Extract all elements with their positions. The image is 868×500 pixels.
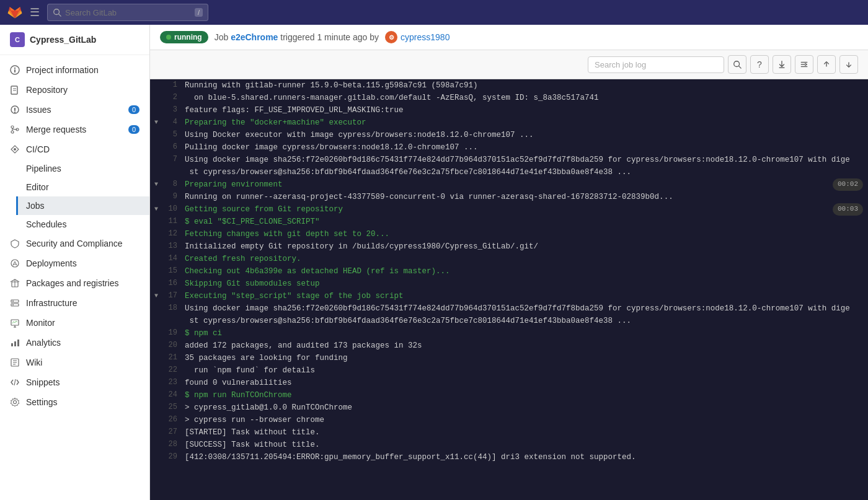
line-content: feature flags: FF_USE_IMPROVED_URL_MASKI… bbox=[185, 104, 868, 116]
sidebar-item-schedules[interactable]: Schedules bbox=[26, 215, 149, 234]
sidebar-item-editor[interactable]: Editor bbox=[26, 178, 149, 196]
sidebar-item-deployments[interactable]: Deployments bbox=[0, 253, 149, 273]
download-icon bbox=[777, 60, 786, 69]
sidebar-item-project-information[interactable]: Project information bbox=[0, 60, 149, 80]
time-badge: 00:02 bbox=[833, 178, 863, 191]
log-line: 11$ eval "$CI_PRE_CLONE_SCRIPT" bbox=[150, 216, 868, 228]
sidebar-item-security[interactable]: Security and Compliance bbox=[0, 234, 149, 253]
svg-point-34 bbox=[14, 401, 17, 404]
section-toggle bbox=[150, 154, 162, 155]
line-content: Preparing the "docker+machine" executor bbox=[185, 116, 868, 129]
sidebar-item-settings[interactable]: Settings bbox=[0, 392, 149, 412]
sidebar-sub-label: Jobs bbox=[26, 201, 45, 211]
project-header[interactable]: C Cypress_GitLab bbox=[0, 25, 149, 55]
section-toggle bbox=[150, 191, 162, 192]
sidebar-item-wiki[interactable]: Wiki bbox=[0, 353, 149, 372]
svg-line-33 bbox=[14, 379, 16, 385]
search-submit-button[interactable] bbox=[728, 55, 746, 74]
line-content: on blue-5.shared.runners-manager.gitlab.… bbox=[185, 92, 868, 104]
line-number: 9 bbox=[162, 191, 185, 203]
section-toggle bbox=[150, 364, 162, 366]
scroll-bottom-button[interactable] bbox=[839, 55, 858, 74]
svg-point-12 bbox=[11, 131, 14, 133]
sidebar-item-repository[interactable]: Repository bbox=[0, 80, 149, 100]
issues-icon bbox=[10, 105, 20, 115]
sidebar-nav: Project information Repository Issues bbox=[0, 55, 149, 417]
search-icon bbox=[53, 8, 61, 17]
merge-requests-badge: 0 bbox=[128, 125, 140, 134]
section-toggle bbox=[150, 302, 162, 304]
section-toggle bbox=[150, 451, 162, 452]
sidebar-item-merge-requests[interactable]: Merge requests 0 bbox=[0, 120, 149, 139]
job-header: running Job e2eChrome triggered 1 minute… bbox=[150, 25, 868, 50]
sidebar-item-issues[interactable]: Issues 0 bbox=[0, 100, 149, 120]
job-name[interactable]: e2eChrome bbox=[231, 32, 278, 42]
global-search[interactable]: / bbox=[47, 4, 208, 21]
section-toggle[interactable]: ▼ bbox=[150, 178, 162, 190]
search-job-log-input[interactable] bbox=[588, 56, 724, 73]
line-content: added 172 packages, and audited 173 pack… bbox=[185, 340, 868, 352]
job-info: Job e2eChrome triggered 1 minute ago by bbox=[215, 32, 379, 42]
log-output[interactable]: 1Running with gitlab-runner 15.9.0~beta.… bbox=[150, 79, 868, 500]
arrow-down-icon bbox=[844, 60, 853, 69]
sidebar-item-label: Analytics bbox=[26, 338, 61, 348]
gitlab-logo bbox=[7, 5, 22, 20]
hamburger-icon[interactable]: ☰ bbox=[27, 3, 42, 22]
line-number: 26 bbox=[162, 414, 185, 426]
line-content: Getting source from Git repository bbox=[185, 203, 833, 216]
log-line: 28[SUCCESS] Task without title. bbox=[150, 439, 868, 451]
svg-rect-4 bbox=[14, 68, 16, 69]
log-line: 16Skipping Git submodules setup bbox=[150, 278, 868, 290]
log-line: 2135 packages are looking for funding bbox=[150, 352, 868, 364]
sidebar-sub-label: Editor bbox=[26, 182, 49, 192]
line-number: 27 bbox=[162, 426, 185, 438]
section-toggle bbox=[150, 129, 162, 130]
download-log-button[interactable] bbox=[773, 55, 791, 74]
line-number: 14 bbox=[162, 253, 185, 265]
merge-icon bbox=[10, 125, 20, 134]
sidebar-item-infrastructure[interactable]: Infrastructure bbox=[0, 293, 149, 313]
sidebar-item-label: Security and Compliance bbox=[26, 239, 123, 248]
line-content: Using docker image sha256:f72e0260bf9d18… bbox=[185, 302, 868, 327]
svg-rect-3 bbox=[14, 69, 16, 72]
sidebar-item-pipelines[interactable]: Pipelines bbox=[26, 159, 149, 178]
svg-rect-28 bbox=[17, 340, 19, 346]
sidebar-item-monitor[interactable]: Monitor bbox=[0, 313, 149, 333]
search-icon bbox=[733, 60, 742, 69]
section-toggle bbox=[150, 92, 162, 93]
sidebar-item-jobs[interactable]: Jobs bbox=[16, 196, 149, 215]
search-input[interactable] bbox=[65, 8, 191, 17]
log-line: 23found 0 vulnerabilities bbox=[150, 377, 868, 389]
section-toggle bbox=[150, 352, 162, 353]
actor-avatar: ⚙ bbox=[385, 31, 397, 43]
section-toggle[interactable]: ▼ bbox=[150, 203, 162, 214]
svg-point-15 bbox=[14, 148, 16, 151]
section-toggle[interactable]: ▼ bbox=[150, 290, 162, 301]
line-content: > cypress run --browser chrome bbox=[185, 414, 868, 426]
wrap-log-button[interactable] bbox=[795, 55, 813, 74]
main-content: running Job e2eChrome triggered 1 minute… bbox=[150, 25, 868, 500]
log-line: 3feature flags: FF_USE_IMPROVED_URL_MASK… bbox=[150, 104, 868, 116]
sidebar-item-label: Packages and registries bbox=[26, 278, 118, 288]
help-button[interactable]: ? bbox=[750, 55, 769, 74]
svg-point-11 bbox=[11, 126, 14, 128]
deploy-icon bbox=[10, 258, 20, 268]
section-toggle bbox=[150, 340, 162, 341]
sidebar-item-analytics[interactable]: Analytics bbox=[0, 333, 149, 353]
section-toggle bbox=[150, 79, 162, 81]
line-content: Pulling docker image cypress/browsers:no… bbox=[185, 141, 868, 154]
sidebar-item-packages[interactable]: Packages and registries bbox=[0, 273, 149, 293]
sidebar-item-snippets[interactable]: Snippets bbox=[0, 372, 149, 392]
line-number: 10 bbox=[162, 203, 185, 215]
issues-badge: 0 bbox=[128, 105, 140, 114]
line-number: 8 bbox=[162, 178, 185, 190]
line-content: Preparing environment bbox=[185, 178, 833, 191]
sidebar-item-label: Repository bbox=[26, 85, 68, 95]
scroll-top-button[interactable] bbox=[817, 55, 836, 74]
sidebar: C Cypress_GitLab Project information bbox=[0, 25, 150, 500]
sidebar-item-cicd[interactable]: CI/CD bbox=[0, 139, 149, 159]
actor-name[interactable]: cypress1980 bbox=[401, 32, 450, 42]
svg-line-1 bbox=[59, 14, 61, 17]
section-toggle[interactable]: ▼ bbox=[150, 116, 162, 128]
line-number: 28 bbox=[162, 439, 185, 450]
